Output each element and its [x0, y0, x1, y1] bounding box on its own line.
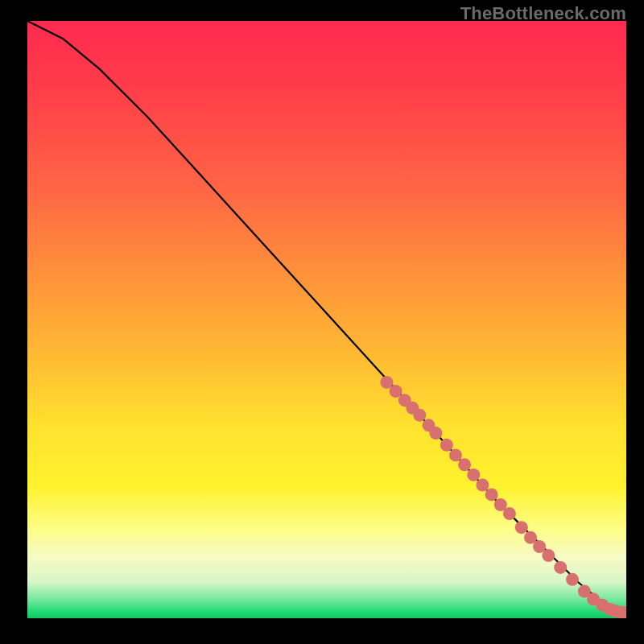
data-point: [458, 458, 471, 471]
data-point: [554, 561, 567, 574]
data-points: [380, 376, 626, 618]
data-point: [398, 394, 411, 407]
data-point: [380, 376, 393, 389]
data-point: [596, 599, 609, 612]
data-point: [449, 448, 462, 461]
data-point: [524, 531, 537, 544]
curve-line: [27, 21, 626, 613]
data-point: [615, 606, 626, 618]
data-point: [515, 521, 528, 534]
data-point: [494, 498, 507, 511]
data-point: [476, 479, 489, 492]
data-point: [390, 385, 402, 398]
data-point: [440, 439, 453, 452]
chart-frame: TheBottleneck.com: [0, 0, 644, 644]
data-point: [566, 573, 579, 586]
data-point: [542, 549, 555, 562]
data-point: [578, 585, 591, 598]
data-point: [587, 592, 600, 605]
chart-svg: [27, 21, 626, 618]
data-point: [604, 603, 617, 616]
data-point: [620, 606, 626, 618]
data-point: [406, 402, 419, 415]
data-point: [533, 540, 546, 553]
data-point: [429, 427, 442, 440]
data-point: [413, 409, 426, 422]
data-point: [485, 488, 498, 501]
data-point: [503, 507, 516, 520]
data-point: [423, 419, 436, 431]
data-point: [467, 469, 480, 481]
data-point: [609, 605, 622, 617]
plot-area: [27, 21, 626, 618]
